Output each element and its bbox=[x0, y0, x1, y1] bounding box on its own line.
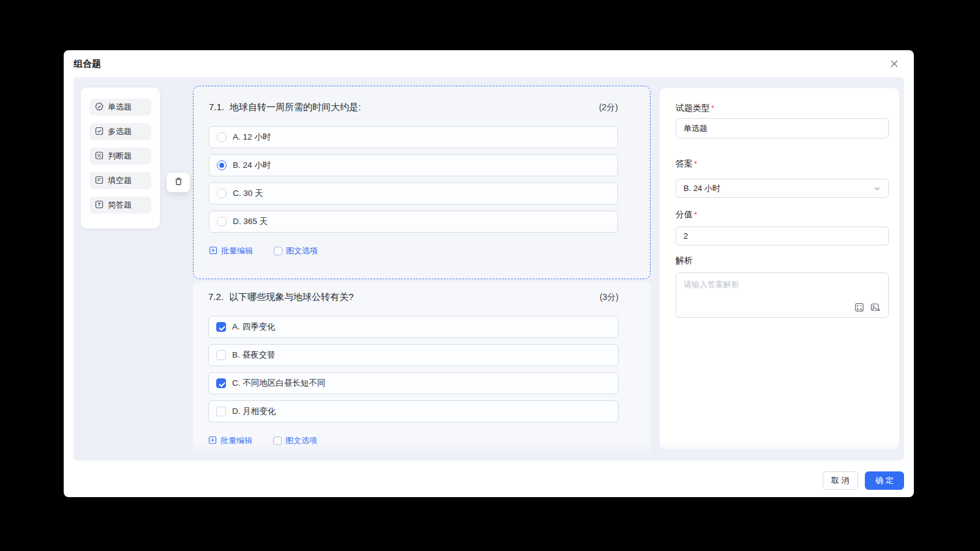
field-label-analysis: 解析* bbox=[676, 255, 693, 266]
option-label: C. 不同地区白昼长短不同 bbox=[232, 378, 325, 389]
option-label: D. 365 天 bbox=[233, 216, 268, 227]
add-image-icon[interactable] bbox=[870, 302, 881, 312]
option-row[interactable]: B. 24 小时 bbox=[209, 154, 618, 176]
option-label: A. 四季变化 bbox=[232, 321, 276, 332]
required-asterisk: * bbox=[694, 210, 697, 219]
check-circle-icon bbox=[95, 102, 104, 113]
field-label-answer: 答案* bbox=[676, 159, 697, 170]
sidebar-item-label: 简答题 bbox=[108, 200, 132, 211]
question-title: 7.1. 地球自转一周所需的时间大约是: bbox=[209, 102, 361, 113]
radio-button[interactable] bbox=[217, 132, 227, 142]
question-settings-panel: 试题类型* 单选题 答案* B. 24 小时 分值* bbox=[660, 88, 899, 449]
option-label: B. 昼夜交替 bbox=[232, 350, 276, 361]
sidebar-item-fill-blank[interactable]: 填空题 bbox=[89, 172, 151, 189]
image-option-checkbox[interactable] bbox=[274, 247, 282, 255]
option-label: A. 12 小时 bbox=[233, 132, 271, 143]
field-label-score: 分值* bbox=[676, 209, 697, 220]
field-label-question-type: 试题类型* bbox=[676, 103, 714, 114]
close-icon[interactable] bbox=[887, 56, 902, 71]
option-row[interactable]: A. 12 小时 bbox=[209, 126, 618, 148]
option-row[interactable]: A. 四季变化 bbox=[208, 316, 619, 338]
radio-button[interactable] bbox=[217, 189, 227, 198]
combo-question-dialog: 组合题 单选题 多选题 bbox=[64, 50, 914, 497]
dialog-content: 单选题 多选题 判断题 bbox=[74, 77, 904, 460]
sidebar-item-short-answer[interactable]: 简答题 bbox=[89, 197, 151, 214]
trash-icon bbox=[174, 177, 183, 189]
batch-edit-label: 批量编辑 bbox=[221, 246, 253, 257]
option-label: D. 月相变化 bbox=[232, 406, 276, 417]
option-label: B. 24 小时 bbox=[233, 160, 271, 171]
question-text: 以下哪些现象与地球公转有关? bbox=[229, 291, 353, 303]
question-footer: 批量编辑 图文选项 bbox=[209, 246, 618, 257]
question-type-sidebar: 单选题 多选题 判断题 bbox=[81, 88, 160, 228]
sidebar-item-single-choice[interactable]: 单选题 bbox=[89, 99, 151, 116]
cancel-button[interactable]: 取 消 bbox=[823, 471, 858, 490]
question-header: 7.1. 地球自转一周所需的时间大约是: (2分) bbox=[209, 102, 618, 113]
question-title: 7.2. 以下哪些现象与地球公转有关? bbox=[208, 291, 353, 303]
sidebar-item-label: 判断题 bbox=[108, 151, 132, 162]
screen: 组合题 单选题 多选题 bbox=[0, 0, 980, 551]
label-text: 分值 bbox=[676, 209, 693, 219]
dialog-title: 组合题 bbox=[74, 58, 101, 70]
radio-button[interactable] bbox=[217, 160, 227, 170]
delete-question-button[interactable] bbox=[167, 173, 190, 192]
image-option-toggle[interactable]: 图文选项 bbox=[273, 435, 317, 446]
checkbox[interactable] bbox=[216, 350, 226, 360]
radio-button[interactable] bbox=[217, 217, 227, 227]
select-value: B. 24 小时 bbox=[684, 183, 720, 194]
question-block-7-2[interactable]: 7.2. 以下哪些现象与地球公转有关? (3分) A. 四季变化 B. 昼夜交替 bbox=[193, 282, 650, 460]
image-option-label: 图文选项 bbox=[286, 246, 318, 257]
label-text: 解析 bbox=[676, 255, 693, 265]
question-block-7-1[interactable]: 7.1. 地球自转一周所需的时间大约是: (2分) A. 12 小时 B. 24… bbox=[193, 86, 650, 279]
label-text: 试题类型 bbox=[676, 103, 710, 113]
short-answer-icon bbox=[95, 200, 104, 211]
fill-blank-icon bbox=[95, 176, 104, 186]
option-row[interactable]: C. 30 天 bbox=[209, 182, 618, 204]
batch-edit-label: 批量编辑 bbox=[221, 435, 252, 446]
textarea-toolbar bbox=[854, 302, 881, 312]
sidebar-item-true-false[interactable]: 判断题 bbox=[89, 148, 151, 165]
option-row[interactable]: D. 365 天 bbox=[209, 211, 618, 233]
checkbox[interactable] bbox=[216, 378, 226, 388]
input-value: 单选题 bbox=[684, 123, 707, 134]
confirm-button[interactable]: 确 定 bbox=[865, 471, 904, 490]
option-row[interactable]: B. 昼夜交替 bbox=[208, 344, 619, 366]
sidebar-item-label: 多选题 bbox=[108, 126, 132, 137]
checkbox[interactable] bbox=[216, 322, 226, 332]
sidebar-item-label: 填空题 bbox=[108, 175, 132, 186]
question-number: 7.2. bbox=[208, 291, 224, 303]
question-header: 7.2. 以下哪些现象与地球公转有关? (3分) bbox=[208, 291, 619, 303]
input-value: 2 bbox=[684, 231, 688, 241]
label-text: 答案 bbox=[676, 159, 693, 168]
question-number: 7.1. bbox=[209, 102, 224, 113]
option-row[interactable]: C. 不同地区白昼长短不同 bbox=[208, 372, 619, 394]
image-option-label: 图文选项 bbox=[285, 435, 317, 446]
formula-icon[interactable] bbox=[854, 302, 864, 312]
question-score: (2分) bbox=[599, 102, 618, 113]
analysis-textarea[interactable]: 请输入答案解析 bbox=[676, 272, 889, 318]
checkbox[interactable] bbox=[216, 407, 226, 416]
option-list: A. 四季变化 B. 昼夜交替 C. 不同地区白昼长短不同 D. 月相变化 bbox=[208, 316, 619, 422]
image-option-toggle[interactable]: 图文选项 bbox=[274, 246, 318, 257]
answer-select[interactable]: B. 24 小时 bbox=[676, 179, 889, 198]
question-footer: 批量编辑 图文选项 bbox=[208, 435, 619, 446]
plus-square-icon bbox=[208, 436, 217, 446]
required-asterisk: * bbox=[711, 103, 714, 113]
option-list: A. 12 小时 B. 24 小时 C. 30 天 D. 365 天 bbox=[209, 126, 618, 233]
question-text: 地球自转一周所需的时间大约是: bbox=[230, 102, 361, 113]
option-row[interactable]: D. 月相变化 bbox=[208, 400, 619, 422]
plus-square-icon bbox=[209, 246, 217, 257]
true-false-icon bbox=[95, 151, 104, 162]
textarea-placeholder: 请输入答案解析 bbox=[684, 279, 739, 290]
score-input[interactable]: 2 bbox=[676, 227, 889, 246]
batch-edit-link[interactable]: 批量编辑 bbox=[209, 246, 253, 257]
batch-edit-link[interactable]: 批量编辑 bbox=[208, 435, 252, 446]
option-label: C. 30 天 bbox=[233, 188, 263, 199]
sidebar-item-multi-choice[interactable]: 多选题 bbox=[89, 123, 151, 140]
image-option-checkbox[interactable] bbox=[273, 437, 282, 445]
question-type-input[interactable]: 单选题 bbox=[676, 118, 889, 138]
checkbox-icon bbox=[95, 127, 104, 137]
chevron-down-icon bbox=[873, 185, 881, 192]
question-score: (3分) bbox=[600, 292, 619, 303]
required-asterisk: * bbox=[694, 159, 697, 168]
